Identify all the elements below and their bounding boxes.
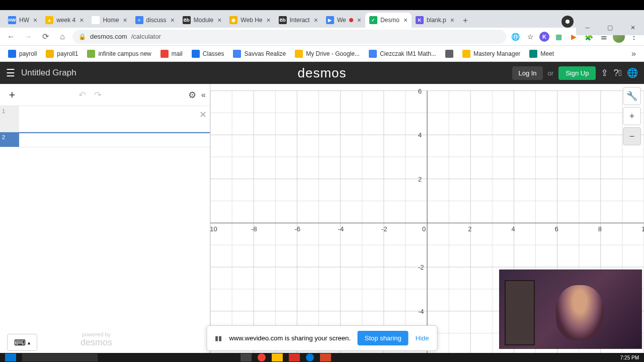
wrench-icon[interactable]: 🔧 [623,87,641,105]
taskbar-app2[interactable] [289,353,300,361]
powered-by: powered by desmos [80,331,112,348]
sheets-ext-icon[interactable]: ▦ [552,31,565,43]
new-tab-button[interactable]: + [458,14,472,28]
bookmark-favicon [87,50,95,58]
settings-icon[interactable]: ⚙ [188,89,196,101]
close-window-button[interactable]: ✕ [621,20,644,35]
desmos-logo: desmos [297,65,346,81]
windows-taskbar[interactable]: 7:25 PM [0,353,644,362]
screen-sharing-bar: ▮▮ www.wevideo.com is sharing your scree… [206,325,437,351]
browser-tab[interactable]: ▲week 4× [41,13,88,28]
back-button[interactable]: ← [4,30,18,44]
browser-tab[interactable]: BbInteract× [275,13,322,28]
bookmark-favicon [295,50,303,58]
login-button[interactable]: Log In [512,66,542,80]
bookmark-item[interactable]: payroll1 [42,48,82,60]
start-button[interactable] [5,353,16,361]
hamburger-icon[interactable]: ☰ [6,67,15,79]
close-tab-icon[interactable]: × [357,16,361,24]
bookmark-favicon [192,50,200,58]
close-tab-icon[interactable]: × [314,16,318,24]
url-input[interactable]: 🔒 desmos.com/calculator [72,30,506,44]
keypad-toggle[interactable]: ⌨ ▴ [7,334,37,351]
taskbar-files[interactable] [272,353,283,361]
tab-label: discuss [146,17,167,24]
tab-favicon: ◉ [229,16,237,24]
taskbar-edge[interactable] [306,353,314,361]
browser-tab[interactable]: ▶We× [322,13,365,28]
bookmark-favicon [233,50,241,58]
zoom-out-button[interactable]: − [623,127,641,145]
bookmark-item[interactable]: Classes [188,48,228,60]
bookmark-item[interactable]: My Drive - Google... [291,48,364,60]
taskbar-clock[interactable]: 7:25 PM [620,355,639,360]
hide-sharing-link[interactable]: Hide [416,334,429,342]
bookmark-favicon [160,50,169,58]
browser-tab[interactable]: BbModule× [179,13,226,28]
reload-button[interactable]: ⟳ [38,30,52,44]
webcam-overlay[interactable] [499,269,642,349]
graph-title[interactable]: Untitled Graph [21,68,76,78]
close-tab-icon[interactable]: × [404,16,408,24]
redo-button[interactable]: ↷ [94,89,102,101]
browser-tab[interactable]: ◉Web He× [225,13,274,28]
taskbar-chrome[interactable] [258,353,266,361]
close-tab-icon[interactable]: × [123,16,127,24]
kahoot-ext-icon[interactable]: K [539,32,549,42]
translate-icon[interactable]: 🌐 [509,31,521,43]
close-tab-icon[interactable]: × [79,16,84,24]
taskbar-ppt[interactable] [320,353,331,361]
tab-label: Module [194,17,213,24]
close-tab-icon[interactable]: × [450,16,454,24]
x-tick-label: 10 [641,225,644,233]
collapse-panel-icon[interactable]: « [201,90,206,100]
pause-sharing-icon[interactable]: ▮▮ [215,334,222,342]
signup-button[interactable]: Sign Up [558,66,596,80]
bookmark-item[interactable]: infinite campus new [83,48,155,60]
expression-row-2[interactable]: 2 [0,132,210,147]
close-tab-icon[interactable]: × [171,16,175,24]
browser-tab[interactable]: ✝Home× [88,13,131,28]
search-taskbar[interactable] [22,353,98,361]
bookmark-item[interactable]: mail [156,48,187,60]
taskbar-app[interactable] [240,353,252,361]
bookmark-label: Ciezczak IM1 Math... [380,50,436,57]
delete-expression-icon[interactable]: ✕ [199,109,207,120]
stop-sharing-button[interactable]: Stop sharing [358,331,409,345]
language-icon[interactable]: 🌐 [627,67,638,78]
expression-input[interactable] [19,106,210,132]
close-tab-icon[interactable]: × [217,16,221,24]
maximize-button[interactable]: ▢ [599,20,621,35]
bookmark-item[interactable]: Ciezczak IM1 Math... [365,48,440,60]
star-icon[interactable]: ☆ [524,31,536,43]
bookmark-item[interactable]: Mastery Manager [458,48,524,60]
help-icon[interactable]: ?⃝ [613,68,622,78]
lock-icon: 🔒 [78,33,86,40]
expression-toolbar: + ↶ ↷ ⚙ « [0,84,210,106]
undo-button[interactable]: ↶ [78,89,86,101]
tab-label: HW [19,17,29,24]
bookmark-overflow-icon[interactable]: » [627,49,640,58]
bookmark-item[interactable]: Meet [525,48,558,60]
bookmark-item[interactable] [441,48,457,60]
home-button[interactable]: ⌂ [55,30,69,44]
sharing-text: www.wevideo.com is sharing your screen. [229,334,350,342]
browser-tab[interactable]: ≡discuss× [131,13,179,28]
add-expression-button[interactable]: + [4,87,20,103]
share-icon[interactable]: ⇪ [601,67,608,78]
minimize-button[interactable]: ─ [576,20,599,35]
chrome-cast-icon[interactable] [561,16,574,28]
zoom-in-button[interactable]: + [623,107,641,125]
bookmark-label: Mastery Manager [473,50,520,57]
bookmark-item[interactable]: payroll [4,48,41,60]
bookmark-label: payroll [19,50,37,57]
close-tab-icon[interactable]: × [33,16,37,24]
expression-input[interactable] [19,132,210,147]
expression-row-1[interactable]: 1 ✕ [0,106,210,132]
browser-tab[interactable]: Kblank.p× [412,13,458,28]
expression-index: 1 [0,106,19,132]
browser-tab[interactable]: ✓Desmo× [365,13,412,28]
close-tab-icon[interactable]: × [267,16,271,24]
bookmark-item[interactable]: Savvas Realize [229,48,290,60]
browser-tab[interactable]: HWHW× [4,13,41,28]
